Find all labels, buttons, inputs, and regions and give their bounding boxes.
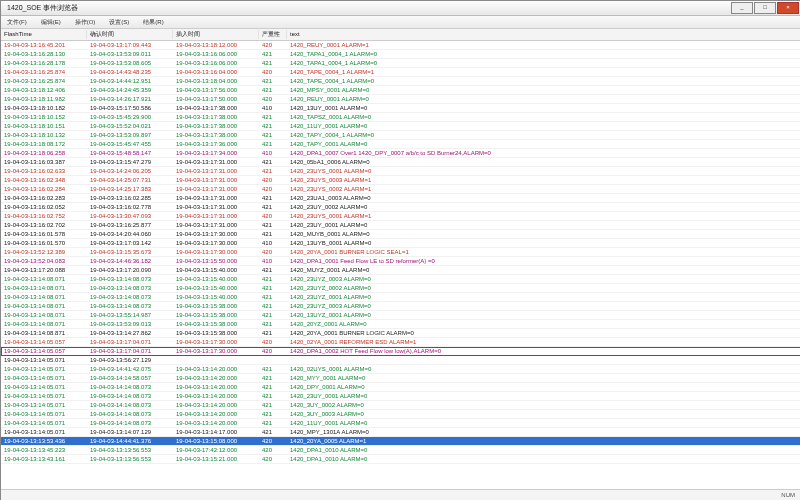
cell-c1: 19-04-03-13:14:08.073 [87, 302, 173, 310]
cell-c3: 421 [259, 419, 287, 427]
table-row[interactable]: 19-04-03-13:18:10.13219-04-03-13:53:09.8… [1, 131, 800, 140]
table-row[interactable]: 19-04-03-13:16:28.13019-04-03-13:53:09.0… [1, 50, 800, 59]
cell-c0: 19-04-03-13:14:08.071 [1, 275, 87, 283]
cell-c3: 420 [259, 41, 287, 49]
cell-c0: 19-04-03-13:13:43.161 [1, 455, 87, 463]
table-row[interactable]: 19-04-03-13:52:12.38919-04-03-13:15:35.6… [1, 248, 800, 257]
table-row[interactable]: 19-04-03-13:14:05.07119-04-03-13:14:07.1… [1, 428, 800, 437]
col-inserttime[interactable]: 插入时间 [173, 30, 259, 38]
cell-c4: 1420_23UA1_0003 ALARM=0 [287, 194, 800, 202]
table-row[interactable]: 19-04-03-13:18:10.15219-04-03-15:45:29.9… [1, 113, 800, 122]
menu-file[interactable]: 文件(F) [5, 18, 29, 26]
table-row[interactable]: 19-04-03-13:16:25.87419-04-03-14:43:48.2… [1, 68, 800, 77]
table-row[interactable]: 19-04-03-13:16:02.05219-04-03-13:16:02.7… [1, 203, 800, 212]
cell-c4: 1420_REUY_0001 ALARM=0 [287, 95, 800, 103]
table-row[interactable]: 19-04-03-13:14:05.07119-04-03-14:14:08.0… [1, 401, 800, 410]
table-row[interactable]: 19-04-03-13:14:05.07119-04-03-14:14:08.0… [1, 383, 800, 392]
col-severity[interactable]: 严重性 [259, 30, 287, 38]
cell-c2: 19-04-03-13:17:30.000 [173, 338, 259, 346]
menu-result[interactable]: 结果(R) [141, 18, 165, 26]
table-row[interactable]: 19-04-03-13:17:20.08819-04-03-13:17:20.0… [1, 266, 800, 275]
cell-c4: 1420_DPA1_0002 HOT Feed Flow low low(A),… [287, 347, 800, 355]
cell-c0: 19-04-03-13:52:04.083 [1, 257, 87, 265]
table-row[interactable]: 19-04-03-13:52:04.08319-04-03-14:46:36.1… [1, 257, 800, 266]
table-row[interactable]: 19-04-03-13:16:02.63319-04-03-14:24:06.2… [1, 167, 800, 176]
table-row[interactable]: 19-04-03-13:18:10.18219-04-03-15:17:50.5… [1, 104, 800, 113]
cell-c1: 19-04-03-13:16:02.778 [87, 203, 173, 211]
cell-c4: 1420_20YA_0005 ALARM=1 [287, 437, 800, 445]
cell-c2: 19-04-03-13:17:38.000 [173, 113, 259, 121]
col-acktime[interactable]: 确认时间 [87, 30, 173, 38]
table-row[interactable]: 19-04-03-13:14:05.07119-04-03-14:14:08.0… [1, 410, 800, 419]
cell-c1: 19-04-03-14:24:45.359 [87, 86, 173, 94]
col-flashtime[interactable]: FlashTime [1, 30, 87, 38]
table-row[interactable]: 19-04-03-13:14:05.05719-04-03-13:17:04.0… [1, 338, 800, 347]
cell-c4: 1420_DPA1_0001 Feed Flow LE to SD reform… [287, 257, 800, 265]
cell-c2: 19-04-03-13:15:40.000 [173, 284, 259, 292]
table-row[interactable]: 19-04-03-13:14:08.07119-04-03-13:14:08.0… [1, 302, 800, 311]
cell-c2: 19-04-03-17:42:12.000 [173, 446, 259, 454]
cell-c1: 19-04-03-14:14:08.073 [87, 401, 173, 409]
table-row[interactable]: 19-04-03-13:16:01.57819-04-03-14:20:44.0… [1, 230, 800, 239]
cell-c4: 1420_TAPE_0004_1 ALARM=0 [287, 77, 800, 85]
cell-c4: 1420_11UY_0001 ALARM=0 [287, 122, 800, 130]
table-row[interactable]: 19-04-03-13:13:45.22319-04-03-13:13:56.5… [1, 446, 800, 455]
menu-settings[interactable]: 设置(S) [107, 18, 131, 26]
cell-c0: 19-04-03-13:14:05.057 [1, 338, 87, 346]
table-row[interactable]: 19-04-03-13:18:08.17219-04-03-15:45:47.4… [1, 140, 800, 149]
table-row[interactable]: 19-04-03-13:14:08.07119-04-03-13:14:08.0… [1, 293, 800, 302]
cell-c2: 19-04-03-13:17:31.000 [173, 194, 259, 202]
table-row[interactable]: 19-04-03-13:16:03.38719-04-03-13:15:47.2… [1, 158, 800, 167]
table-row[interactable]: 19-04-03-13:18:10.15119-04-03-15:52:04.0… [1, 122, 800, 131]
cell-c1: 19-04-03-15:45:47.455 [87, 140, 173, 148]
table-row[interactable]: 19-04-03-13:16:25.87419-04-03-14:44:12.9… [1, 77, 800, 86]
cell-c4: 1420_DPA1_0010 ALARM=0 [287, 455, 800, 463]
menu-action[interactable]: 操作(O) [73, 18, 98, 26]
event-table-body[interactable]: 19-04-03-13:16:45.20119-04-03-13:17:09.4… [1, 41, 800, 489]
cell-c2: 19-04-03-13:14:20.000 [173, 401, 259, 409]
table-row[interactable]: 19-04-03-13:14:08.07119-04-03-13:14:08.0… [1, 275, 800, 284]
cell-c1: 19-04-03-14:14:58.057 [87, 374, 173, 382]
table-row[interactable]: 19-04-03-13:14:05.07119-04-03-14:14:08.0… [1, 419, 800, 428]
table-row[interactable]: 19-04-03-13:16:02.70219-04-03-13:16:25.8… [1, 221, 800, 230]
cell-c1: 19-04-03-15:52:04.021 [87, 122, 173, 130]
table-row[interactable]: 19-04-03-13:13:43.16119-04-03-13:13:56.5… [1, 455, 800, 464]
table-row[interactable]: 19-04-03-13:14:05.07119-04-03-14:14:58.0… [1, 374, 800, 383]
cell-c1: 19-04-03-13:53:09.897 [87, 131, 173, 139]
table-row[interactable]: 19-04-03-13:16:45.20119-04-03-13:17:09.4… [1, 41, 800, 50]
table-row[interactable]: 19-04-03-13:14:05.07119-04-03-14:41:42.0… [1, 365, 800, 374]
col-text[interactable]: text [287, 30, 800, 38]
cell-c1: 19-04-03-14:14:08.073 [87, 410, 173, 418]
cell-c0: 19-04-03-13:14:05.071 [1, 356, 87, 364]
table-row[interactable]: 19-04-03-13:16:02.28419-04-03-14:25:17.3… [1, 185, 800, 194]
cell-c3: 421 [259, 392, 287, 400]
cell-c3: 421 [259, 302, 287, 310]
table-row[interactable]: 19-04-03-13:16:02.28319-04-03-13:16:02.2… [1, 194, 800, 203]
cell-c3: 420 [259, 95, 287, 103]
table-row[interactable]: 19-04-03-13:16:01.57019-04-03-13:17:03.1… [1, 239, 800, 248]
table-row[interactable]: 19-04-03-13:16:02.34819-04-03-14:25:07.7… [1, 176, 800, 185]
maximize-button[interactable]: □ [754, 2, 776, 14]
minimize-button[interactable]: _ [731, 2, 753, 14]
cell-c2: 19-04-03-13:17:38.000 [173, 131, 259, 139]
table-row[interactable]: 19-04-03-13:14:08.07119-04-03-13:14:08.0… [1, 284, 800, 293]
table-row[interactable]: 19-04-03-13:14:05.07119-04-03-13:56:27.1… [1, 356, 800, 365]
table-row[interactable]: 19-04-03-13:13:53.43619-04-03-14:44:41.3… [1, 437, 800, 446]
table-row[interactable]: 19-04-03-13:14:08.07119-04-03-13:53:09.0… [1, 320, 800, 329]
close-button[interactable]: × [777, 2, 799, 14]
cell-c0: 19-04-03-13:14:05.071 [1, 428, 87, 436]
cell-c2: 19-04-03-13:17:30.000 [173, 230, 259, 238]
cell-c0: 19-04-03-13:16:25.874 [1, 77, 87, 85]
table-row[interactable]: 19-04-03-13:16:02.75219-04-03-13:30:47.0… [1, 212, 800, 221]
table-row[interactable]: 19-04-03-13:14:05.05719-04-03-13:17:04.0… [1, 347, 800, 356]
table-row[interactable]: 19-04-03-13:14:08.07119-04-03-13:55:14.9… [1, 311, 800, 320]
table-row[interactable]: 19-04-03-13:14:08.87119-04-03-13:14:27.8… [1, 329, 800, 338]
table-row[interactable]: 19-04-03-13:18:06.25819-04-03-15:48:58.1… [1, 149, 800, 158]
table-row[interactable]: 19-04-03-13:14:05.07119-04-03-14:14:08.0… [1, 392, 800, 401]
cell-c3: 420 [259, 68, 287, 76]
table-row[interactable]: 19-04-03-13:16:28.17819-04-03-13:53:08.6… [1, 59, 800, 68]
table-row[interactable]: 19-04-03-13:18:12.40619-04-03-14:24:45.3… [1, 86, 800, 95]
menu-edit[interactable]: 编辑(E) [39, 18, 63, 26]
table-row[interactable]: 19-04-03-13:18:11.98219-04-03-14:26:17.9… [1, 95, 800, 104]
titlebar[interactable]: 1420_SOE 事件浏览器 _ □ × [1, 1, 800, 16]
